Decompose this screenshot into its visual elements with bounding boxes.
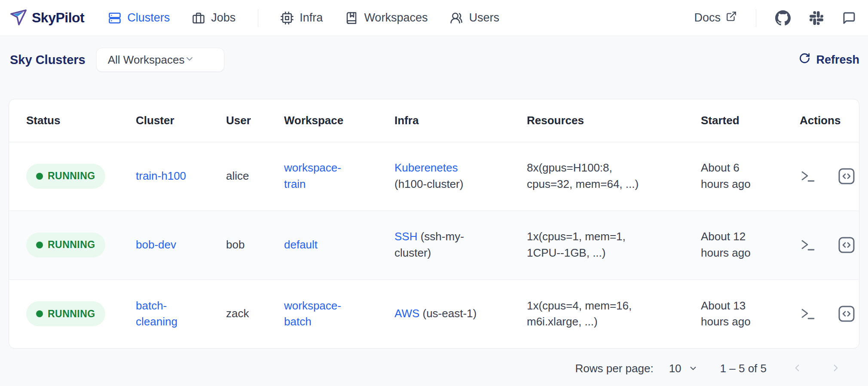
column-header-actions: Actions (800, 99, 859, 142)
brand-name: SkyPilot (32, 10, 84, 26)
code-square-icon[interactable] (837, 167, 856, 185)
cluster-cell: bob-dev (136, 211, 226, 279)
status-badge: RUNNING (26, 301, 105, 326)
table-row: RUNNING train-h100 alice workspace-train… (9, 142, 859, 211)
pagination-footer: Rows per page: 10 1 – 5 of 5 (9, 356, 859, 380)
status-dot-icon (36, 173, 43, 180)
refresh-button[interactable]: Refresh (799, 52, 859, 67)
nav-item-infra[interactable]: Infra (281, 11, 323, 25)
nav-item-users[interactable]: Users (450, 11, 499, 25)
infra-cell: AWS (us-east-1) (394, 279, 527, 348)
workspace-filter-dropdown[interactable]: All Workspaces (96, 48, 224, 72)
actions-cell (800, 211, 859, 279)
status-cell: RUNNING (9, 142, 136, 211)
status-label: RUNNING (48, 238, 95, 252)
column-header-user: User (226, 99, 284, 142)
nav-items: Clusters Jobs Infra (108, 9, 499, 27)
infra-link[interactable]: Kuberenetes (394, 161, 458, 174)
clusters-table: Status Cluster User Workspace Infra Reso… (9, 99, 859, 348)
infra-detail: (us-east-1) (423, 307, 477, 320)
github-icon[interactable] (775, 10, 791, 26)
status-badge: RUNNING (26, 233, 105, 257)
resources-cell: 8x(gpus=H100:8, cpus=32, mem=64, ...) (527, 142, 701, 211)
cluster-link[interactable]: train-h100 (136, 169, 186, 182)
code-square-icon[interactable] (837, 305, 856, 323)
pagination-range: 1 – 5 of 5 (720, 362, 767, 375)
infra-link[interactable]: AWS (394, 307, 419, 320)
column-header-infra: Infra (394, 99, 527, 142)
resources-cell: 1x(cpus=1, mem=1, 1CPU--1GB, ...) (527, 211, 701, 279)
nav-divider (258, 9, 258, 27)
book-icon (345, 12, 358, 25)
nav-item-label: Clusters (127, 11, 170, 25)
workspace-link[interactable]: workspace-batch (284, 299, 341, 328)
table-row: RUNNING batch-cleaning zack workspace-ba… (9, 279, 859, 348)
workspace-link[interactable]: default (284, 238, 318, 251)
docs-label: Docs (694, 11, 721, 25)
rows-per-page-value: 10 (669, 362, 682, 375)
started-text: About 12 hours ago (701, 229, 754, 261)
nav-right: Docs (694, 9, 856, 27)
nav-item-label: Infra (300, 11, 323, 25)
nav-item-clusters[interactable]: Clusters (108, 11, 170, 25)
chevron-right-icon (830, 362, 841, 375)
resources-text: 1x(cpus=4, mem=16, m6i.xlarge, ...) (527, 298, 644, 330)
infra-cell: Kuberenetes (h100-cluster) (394, 142, 527, 211)
terminal-icon[interactable] (800, 169, 815, 184)
users-icon (450, 12, 463, 25)
top-nav: SkyPilot Clusters Jobs (0, 0, 868, 36)
workspace-filter-value: All Workspaces (108, 53, 185, 67)
cluster-cell: batch-cleaning (136, 279, 226, 348)
next-page-button[interactable] (830, 362, 841, 375)
cluster-link[interactable]: batch-cleaning (136, 299, 177, 328)
resources-text: 8x(gpus=H100:8, cpus=32, mem=64, ...) (527, 160, 644, 192)
workspace-link[interactable]: workspace-train (284, 161, 341, 190)
table-body: RUNNING train-h100 alice workspace-train… (9, 142, 859, 348)
slack-icon[interactable] (810, 11, 823, 25)
docs-link[interactable]: Docs (694, 11, 737, 25)
chat-icon[interactable] (842, 11, 856, 25)
rows-per-page-select[interactable] (688, 364, 698, 373)
nav-divider (756, 9, 756, 27)
chevron-down-icon (184, 54, 195, 66)
user-name: zack (226, 307, 249, 320)
skypilot-logo[interactable]: SkyPilot (9, 7, 84, 29)
started-text: About 6 hours ago (701, 160, 754, 192)
resources-cell: 1x(cpus=4, mem=16, m6i.xlarge, ...) (527, 279, 701, 348)
started-cell: About 12 hours ago (701, 211, 800, 279)
nav-item-jobs[interactable]: Jobs (192, 11, 235, 25)
terminal-icon[interactable] (800, 306, 815, 321)
user-name: alice (226, 169, 249, 182)
workspace-cell: workspace-batch (284, 279, 394, 348)
infra-detail: (h100-cluster) (394, 178, 463, 190)
nav-item-label: Users (469, 11, 499, 25)
status-cell: RUNNING (9, 211, 136, 279)
infra-link[interactable]: SSH (394, 230, 417, 243)
briefcase-icon (192, 12, 205, 25)
rows-per-page-label: Rows per page: (575, 362, 654, 375)
page-header: Sky Clusters All Workspaces Refresh (9, 48, 859, 72)
user-cell: zack (226, 279, 284, 348)
started-cell: About 6 hours ago (701, 142, 800, 211)
terminal-icon[interactable] (800, 238, 815, 252)
refresh-label: Refresh (816, 53, 859, 67)
column-header-cluster: Cluster (136, 99, 226, 142)
skypilot-logo-icon (9, 7, 28, 29)
prev-page-button[interactable] (792, 362, 803, 375)
status-label: RUNNING (48, 169, 95, 183)
clusters-table-card: Status Cluster User Workspace Infra Reso… (9, 99, 859, 349)
started-text: About 13 hours ago (701, 298, 754, 330)
nav-item-label: Workspaces (364, 11, 428, 25)
chevron-left-icon (792, 362, 803, 375)
user-name: bob (226, 238, 245, 251)
status-dot-icon (36, 242, 43, 248)
nav-item-workspaces[interactable]: Workspaces (345, 11, 428, 25)
page-title: Sky Clusters (10, 53, 86, 67)
nav-item-label: Jobs (211, 11, 235, 25)
status-label: RUNNING (48, 307, 95, 321)
cluster-link[interactable]: bob-dev (136, 238, 176, 251)
code-square-icon[interactable] (837, 236, 856, 254)
actions-cell (800, 142, 859, 211)
external-link-icon (726, 11, 737, 25)
table-header-row: Status Cluster User Workspace Infra Reso… (9, 99, 859, 142)
